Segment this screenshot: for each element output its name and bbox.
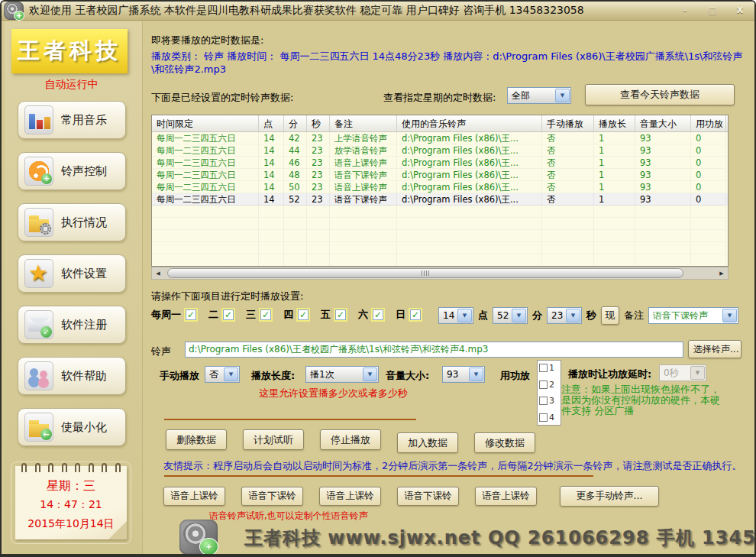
close-button[interactable]: X: [730, 3, 750, 17]
footer-text: 王者科技 www.sjwx.net QQ 261066298 手机 134583…: [244, 526, 756, 550]
remark-label: 备注: [624, 309, 644, 322]
weekday-checkbox[interactable]: ✓: [186, 309, 196, 320]
maximize-button[interactable]: □: [703, 3, 722, 17]
cell: d:\Program Files (x86)\王...: [397, 157, 542, 169]
ring-path-input[interactable]: [185, 342, 683, 358]
column-header-7[interactable]: 手动播放: [542, 115, 594, 131]
weekday-checkbox[interactable]: ✓: [335, 309, 346, 320]
cell: d:\Program Files (x86)\王...: [397, 181, 542, 193]
amp-channel: 2: [539, 380, 559, 390]
manual-play-label: 手动播放: [160, 369, 199, 383]
view-today-rings-button[interactable]: 查看今天铃声数据: [585, 84, 735, 105]
weekday-checkbox[interactable]: ✓: [223, 309, 234, 320]
sidebar-item-music[interactable]: 常用音乐: [18, 101, 126, 139]
weekday-checkbox[interactable]: ✓: [410, 309, 421, 320]
cell: 语音上课铃声: [330, 181, 397, 193]
action-button-4[interactable]: 加入数据: [397, 432, 458, 453]
cell: [691, 206, 726, 218]
horizontal-scrollbar[interactable]: ◀ ▶: [151, 267, 729, 280]
minute-select[interactable]: 52 ▼: [493, 307, 528, 324]
sidebar-item-software-settings[interactable]: 软件设置: [18, 254, 126, 293]
calendar-paper: 星期：三 14：47：21 2015年10月14日: [15, 466, 127, 539]
weekday-checkbox[interactable]: ✓: [260, 309, 271, 320]
column-header-3[interactable]: 分: [284, 115, 307, 131]
second-select[interactable]: 23 ▼: [547, 307, 582, 324]
action-button-2[interactable]: 计划试听: [243, 429, 304, 450]
sidebar-item-ring-control[interactable]: 铃声控制: [18, 152, 126, 190]
window-title: 欢迎使用 王者校园广播系统 本软件是四川电教科研成果比赛获奖软件 稳定可靠 用户…: [29, 4, 584, 18]
weekday-7: 日✓: [396, 308, 421, 322]
amp-checkbox[interactable]: [539, 381, 548, 389]
column-header-1[interactable]: 时间限定: [152, 115, 259, 131]
amp-channel: 1: [539, 363, 559, 373]
week-filter-select[interactable]: 全部 ▼: [507, 87, 571, 104]
column-header-5[interactable]: 备注: [330, 115, 397, 131]
cell: 1: [594, 193, 635, 206]
sidebar-item-software-help[interactable]: 软件帮助: [18, 357, 126, 395]
cell: [284, 218, 307, 230]
table-row[interactable]: 每周一二三四五六日145023语音上课铃声d:\Program Files (x…: [152, 181, 728, 193]
upcoming-header: 即将要播放的定时数据是:: [151, 34, 263, 47]
scrollbar-thumb[interactable]: [167, 268, 683, 278]
volume-select[interactable]: 93 ▼: [442, 366, 485, 383]
table-row[interactable]: 每周一二三四五六日145223语音下课铃声d:\Program Files (x…: [152, 193, 728, 206]
cell: [635, 230, 691, 242]
play-length-select[interactable]: 播1次 ▼: [305, 366, 379, 383]
cell: [691, 230, 726, 242]
manual-ring-button-2[interactable]: 语音下课铃: [241, 487, 303, 506]
manual-ring-button-1[interactable]: 语音上课铃: [163, 487, 225, 506]
cell: 上学语音铃声: [330, 132, 397, 144]
cell: 否: [542, 193, 594, 206]
column-header-9[interactable]: 音量大小: [635, 115, 691, 131]
list-label: 下面是已经设置的定时铃声数据:: [151, 91, 293, 105]
amp-checkbox[interactable]: [539, 397, 548, 405]
manual-ring-button-3[interactable]: 语音上课铃: [319, 487, 381, 506]
manual-ring-button-5[interactable]: 语音上课铃: [475, 487, 537, 506]
table-row[interactable]: 每周一二三四五六日144823语音下课铃声d:\Program Files (x…: [152, 169, 728, 181]
cell: 93: [635, 193, 691, 206]
hour-select[interactable]: 14 ▼: [438, 307, 473, 324]
now-button[interactable]: 现: [601, 306, 619, 325]
scroll-right-icon[interactable]: ▶: [716, 267, 728, 279]
cell: 0: [691, 169, 726, 181]
cell: 否: [542, 157, 594, 169]
amp-delay-select[interactable]: 0秒 ▼: [659, 364, 706, 381]
run-status: 自动运行中: [5, 78, 138, 92]
sidebar-item-minimize-app[interactable]: 使最小化: [18, 408, 126, 446]
column-header-4[interactable]: 秒: [307, 115, 330, 131]
amp-channel: 4: [539, 413, 559, 423]
calendar-ring-icon: [115, 463, 121, 472]
app-logo: 王者科技: [11, 29, 128, 73]
calendar-rings: [21, 463, 121, 472]
manual-play-select[interactable]: 否 ▼: [205, 366, 240, 383]
remark-select[interactable]: 语音下课铃声 ▼: [648, 307, 738, 324]
table-row[interactable]: 每周一二三四五六日144623语音上课铃声d:\Program Files (x…: [152, 157, 728, 169]
cell: [307, 218, 330, 230]
sidebar-item-exec-status[interactable]: 执行情况: [18, 203, 126, 241]
manual-ring-button-6[interactable]: 更多手动铃声...: [560, 486, 659, 507]
choose-ring-button[interactable]: 选择铃声...: [688, 340, 741, 358]
column-header-10[interactable]: 用功放: [691, 115, 726, 131]
column-header-6[interactable]: 使用的音乐铃声: [397, 115, 542, 131]
chevron-down-icon: ▼: [722, 309, 737, 322]
action-button-3[interactable]: 停止播放: [320, 429, 381, 450]
table-row[interactable]: 每周一二三四五六日144423放学语音铃声d:\Program Files (x…: [152, 144, 728, 157]
manual-ring-button-row: 语音上课铃语音下课铃语音上课铃语音下课铃语音上课铃更多手动铃声...: [163, 486, 659, 507]
column-header-8[interactable]: 播放长: [594, 115, 635, 131]
scroll-left-icon[interactable]: ◀: [152, 267, 164, 279]
column-header-2[interactable]: 点: [259, 115, 284, 131]
amp-delay-label: 播放时让功放延时:: [568, 368, 651, 381]
week-filter-value: 全部: [512, 89, 530, 102]
weekday-checkbox[interactable]: ✓: [373, 309, 383, 320]
weekday-checkbox[interactable]: ✓: [298, 309, 309, 320]
action-button-5[interactable]: 修改数据: [474, 432, 535, 453]
cell: [307, 254, 330, 267]
manual-ring-button-4[interactable]: 语音下课铃: [397, 487, 459, 506]
amp-checkbox[interactable]: [539, 413, 548, 422]
cell: [635, 218, 691, 230]
action-button-1[interactable]: 删除数据: [166, 429, 227, 450]
table-row[interactable]: 每周一二三四五六日144223上学语音铃声d:\Program Files (x…: [152, 132, 728, 144]
sidebar-item-software-register[interactable]: 软件注册: [18, 306, 126, 344]
amp-checkbox[interactable]: [539, 364, 548, 372]
minimize-button[interactable]: –: [675, 3, 695, 17]
